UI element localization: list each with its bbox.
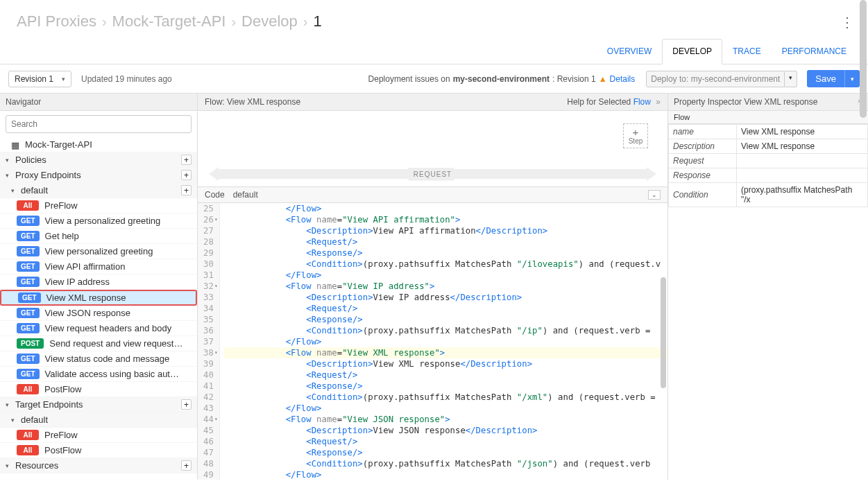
method-badge: All (17, 384, 39, 394)
tab-overview[interactable]: OVERVIEW (597, 39, 662, 64)
section-target-endpoints[interactable]: ▾Target Endpoints + (0, 397, 197, 412)
flow-title: Flow: View XML response (205, 97, 300, 107)
scrollbar[interactable] (661, 277, 666, 388)
details-link[interactable]: Details (610, 74, 636, 84)
add-step-button[interactable]: + Step (623, 123, 648, 148)
flow-label: View XML response (46, 293, 126, 303)
method-badge: GET (17, 308, 40, 318)
method-badge: All (17, 200, 39, 211)
tree-api-root[interactable]: ▦ Mock-Target-API (0, 137, 197, 152)
flow-label: View IP address (45, 277, 110, 287)
flow-item[interactable]: GETView a personalized greeting (0, 213, 197, 229)
prop-value[interactable] (737, 154, 868, 168)
plus-icon: + (633, 127, 639, 137)
section-policies[interactable]: ▾Policies + (0, 152, 197, 168)
flow-item[interactable]: GETValidate access using basic aut… (0, 367, 197, 382)
flow-label: View request headers and body (45, 323, 172, 333)
deploy-to-dropdown[interactable]: Deploy to: my-second-environment (646, 71, 785, 87)
flow-item[interactable]: GETView API affirmation (0, 259, 197, 274)
flow-label: PostFlow (44, 445, 81, 455)
deploy-issues: Deployment issues on my-second-environme… (368, 74, 636, 84)
editor-panel: Flow: View XML response Help for Selecte… (198, 94, 668, 480)
prop-key: Condition (669, 183, 737, 207)
flow-label: View personalized greeting (45, 246, 153, 256)
api-icon: ▦ (11, 140, 21, 150)
flow-label: Get help (45, 231, 79, 241)
add-resource-icon[interactable]: + (181, 460, 192, 471)
flow-item[interactable]: GETView personalized greeting (0, 244, 197, 259)
flow-item[interactable]: GETView JSON response (0, 306, 197, 321)
save-caret[interactable]: ▾ (844, 70, 860, 87)
prop-value[interactable]: View XML response (737, 125, 868, 139)
flow-item[interactable]: POSTSend request and view request… (0, 336, 197, 351)
toolbar: Revision 1 Updated 19 minutes ago Deploy… (0, 64, 868, 94)
flow-label: PreFlow (44, 430, 78, 440)
crumb-revision: 1 (314, 12, 322, 30)
chevron-right-icon: › (231, 14, 236, 30)
flow-item[interactable]: GETGet help (0, 229, 197, 244)
method-badge: GET (17, 277, 40, 287)
flow-item[interactable]: AllPostFlow (0, 382, 197, 397)
prop-value[interactable]: View XML response (737, 139, 868, 154)
endpoint-default[interactable]: ▾default + (0, 183, 197, 198)
tab-develop[interactable]: DEVELOP (662, 39, 722, 64)
method-badge: GET (17, 369, 40, 379)
crumb-section[interactable]: Develop (241, 12, 298, 30)
method-badge: All (17, 430, 39, 440)
property-table: nameView XML responseDescriptionView XML… (668, 124, 868, 207)
tab-trace[interactable]: TRACE (722, 39, 772, 64)
flow-label: PreFlow (44, 200, 78, 211)
revision-dropdown[interactable]: Revision 1 (8, 71, 71, 87)
method-badge: GET (17, 323, 40, 333)
deploy-caret[interactable]: ▾ (785, 71, 797, 87)
crumb-root[interactable]: API Proxies (17, 12, 96, 30)
flow-item[interactable]: AllPreFlow (0, 428, 197, 443)
navigator-title: Navigator (0, 94, 197, 111)
default-tab[interactable]: default (233, 190, 258, 200)
code-editor[interactable]: 2526▾272829303132▾333435363738▾394041424… (198, 203, 667, 480)
breadcrumb: API Proxies › Mock-Target-API › Develop … (0, 0, 868, 39)
flow-label: View JSON response (45, 308, 130, 318)
more-menu-icon[interactable]: ⋮ (840, 14, 854, 30)
flow-label: View API affirmation (45, 261, 126, 272)
flow-item[interactable]: GETView request headers and body (0, 321, 197, 336)
section-proxy-endpoints[interactable]: ▾Proxy Endpoints + (0, 168, 197, 183)
section-resources[interactable]: ▾Resources + (0, 458, 197, 473)
prop-key: Response (669, 168, 737, 183)
flow-label: PostFlow (44, 384, 81, 394)
flow-label: Validate access using basic aut… (45, 369, 179, 379)
crumb-proxy[interactable]: Mock-Target-API (112, 12, 226, 30)
flow-item[interactable]: GETView IP address (0, 274, 197, 290)
prop-key: Request (669, 154, 737, 168)
method-badge: GET (18, 293, 41, 303)
method-badge: GET (17, 354, 40, 364)
method-badge: All (17, 445, 39, 455)
flow-label: View a personalized greeting (45, 216, 161, 226)
flow-item[interactable]: GETView XML response (0, 290, 197, 306)
request-flow-arrow: REQUEST (209, 166, 656, 182)
prop-value[interactable]: (proxy.pathsuffix MatchesPath "/x (737, 183, 868, 207)
flow-label: Send request and view request… (49, 338, 182, 349)
code-options-icon[interactable]: ⌄ (648, 190, 661, 200)
inspector-title: Property Inspector View XML response (674, 97, 817, 107)
method-badge: GET (17, 216, 40, 226)
flow-item[interactable]: AllPreFlow (0, 198, 197, 213)
method-badge: GET (17, 246, 40, 256)
save-button[interactable]: Save (807, 70, 844, 87)
search-input[interactable] (6, 115, 192, 133)
tab-performance[interactable]: PERFORMANCE (772, 39, 857, 64)
expand-icon[interactable]: » (656, 97, 661, 107)
prop-key: name (669, 125, 737, 139)
help-link[interactable]: Flow (633, 97, 651, 107)
add-flow-icon[interactable]: + (181, 185, 192, 195)
prop-value[interactable] (737, 168, 868, 183)
add-target-endpoint-icon[interactable]: + (181, 399, 192, 410)
code-tab[interactable]: Code (205, 190, 225, 200)
flow-item[interactable]: AllPostFlow (0, 443, 197, 458)
add-policy-icon[interactable]: + (181, 155, 192, 165)
chevron-right-icon: › (303, 14, 308, 30)
chevron-right-icon: › (102, 14, 107, 30)
flow-item[interactable]: GETView status code and message (0, 351, 197, 367)
add-proxy-endpoint-icon[interactable]: + (181, 170, 192, 180)
target-default[interactable]: ▾default (0, 412, 197, 428)
